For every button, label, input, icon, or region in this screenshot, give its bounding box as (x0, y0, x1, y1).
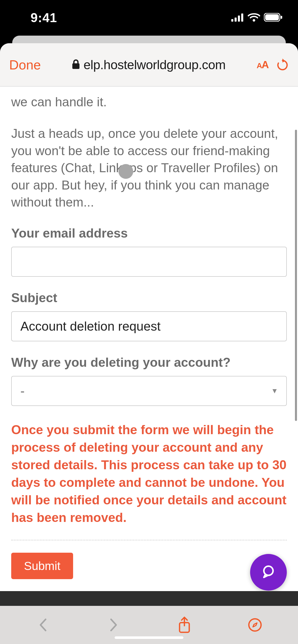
svg-point-11 (249, 619, 261, 631)
battery-icon (264, 13, 283, 23)
subject-label: Subject (11, 290, 287, 305)
text-size-button[interactable]: AA (256, 59, 268, 70)
chat-icon (260, 564, 277, 581)
svg-rect-2 (238, 16, 240, 22)
subject-field[interactable] (11, 311, 287, 341)
svg-rect-6 (265, 14, 279, 20)
back-button[interactable] (33, 615, 53, 635)
svg-rect-0 (231, 19, 233, 22)
page-domain: elp.hostelworldgroup.com (84, 57, 226, 72)
svg-rect-1 (235, 18, 237, 22)
page-footer-strip (0, 591, 298, 606)
done-button[interactable]: Done (9, 57, 41, 72)
status-right (231, 13, 283, 23)
email-field[interactable] (11, 247, 287, 277)
lock-icon (72, 59, 80, 70)
submit-button[interactable]: Submit (11, 553, 73, 579)
reason-select[interactable]: - (11, 376, 287, 406)
touch-cursor-indicator (118, 164, 133, 179)
previous-paragraph-tail: we can handle it. (11, 93, 287, 111)
status-bar: 9:41 (0, 0, 298, 36)
scroll-indicator (295, 130, 297, 421)
divider (11, 540, 287, 540)
svg-rect-3 (241, 13, 243, 22)
deletion-warning-text: Once you submit the form we will begin t… (11, 421, 287, 526)
svg-rect-7 (281, 16, 282, 19)
reason-label: Why are you deleting your account? (11, 355, 287, 370)
reload-button[interactable] (276, 58, 289, 71)
svg-rect-8 (72, 63, 79, 69)
safari-sheet: Done elp.hostelworldgroup.com AA we can … (0, 43, 298, 644)
svg-point-4 (253, 19, 255, 22)
heads-up-paragraph: Just a heads up, once you delete your ac… (11, 125, 287, 211)
safari-button[interactable] (245, 615, 265, 635)
aa-small: A (256, 61, 262, 70)
share-button[interactable] (174, 615, 195, 635)
status-time: 9:41 (31, 10, 57, 25)
browser-top-bar: Done elp.hostelworldgroup.com AA (0, 43, 298, 86)
chat-fab[interactable] (250, 554, 287, 591)
cellular-icon (231, 13, 244, 23)
address-bar[interactable]: elp.hostelworldgroup.com (48, 57, 249, 72)
email-label: Your email address (11, 226, 287, 241)
forward-button[interactable] (103, 615, 124, 635)
aa-large: A (262, 59, 268, 70)
wifi-icon (248, 13, 260, 23)
home-indicator (115, 636, 183, 639)
web-content: we can handle it. Just a heads up, once … (0, 86, 298, 598)
